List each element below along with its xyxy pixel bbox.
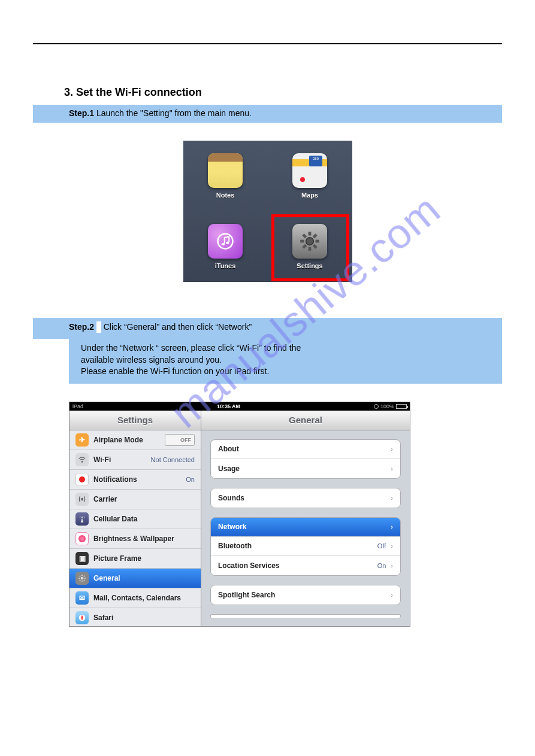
carrier-label: Carrier <box>93 495 117 503</box>
sidebar-item-notifications[interactable]: Notifications On <box>69 470 201 490</box>
app-itunes[interactable]: iTunes <box>183 211 268 282</box>
safari-label: Safari <box>93 614 113 622</box>
bluetooth-label: Bluetooth <box>218 542 252 550</box>
step2-line2: Under the “Network “ screen, please clic… <box>81 342 496 354</box>
sounds-label: Sounds <box>218 494 244 502</box>
chevron-right-icon: › <box>391 523 393 530</box>
status-time: 10:35 AM <box>83 403 374 409</box>
mail-label: Mail, Contacts, Calendars <box>93 594 181 602</box>
location-value: On <box>377 562 386 569</box>
notifications-value: On <box>186 476 195 483</box>
wifi-value: Not Connected <box>151 456 195 463</box>
mail-icon: ✉ <box>75 591 89 605</box>
svg-line-22 <box>80 580 80 581</box>
airplane-toggle[interactable]: OFF <box>165 434 195 446</box>
step1-bar: Step.1 Launch the "Setting" from the mai… <box>33 105 502 123</box>
detail-row-sounds[interactable]: Sounds › <box>211 488 400 508</box>
chevron-right-icon: › <box>391 591 393 599</box>
detail-row-usage[interactable]: Usage › <box>211 459 400 478</box>
itunes-icon <box>208 224 243 259</box>
chevron-right-icon: › <box>391 445 393 453</box>
settings-screenshot: iPad 10:35 AM 100% Settings ✈ Airplane M… <box>69 402 410 627</box>
airplane-icon: ✈ <box>75 433 89 447</box>
cellular-icon <box>75 512 89 526</box>
step2-bar-continued: Under the “Network “ screen, please clic… <box>69 339 502 384</box>
step1-label: Step.1 <box>69 108 94 118</box>
status-device: iPad <box>72 403 83 409</box>
general-icon <box>75 572 89 585</box>
sidebar-item-carrier[interactable]: Carrier <box>69 490 201 509</box>
cellular-label: Cellular Data <box>93 515 137 523</box>
network-label: Network <box>218 523 246 531</box>
chevron-right-icon: › <box>391 562 393 569</box>
highlight-box <box>271 214 349 281</box>
carrier-icon <box>75 493 89 506</box>
top-rule <box>33 43 502 44</box>
wifi-icon <box>75 453 89 466</box>
document-page: 3. Set the Wi-Fi connection Step.1 Launc… <box>0 0 535 657</box>
svg-point-12 <box>81 462 83 463</box>
wifi-label: Wi-Fi <box>93 456 111 464</box>
notifications-icon <box>75 473 89 486</box>
chevron-right-icon: › <box>391 542 393 549</box>
sidebar-item-mail[interactable]: ✉ Mail, Contacts, Calendars <box>69 588 201 608</box>
about-label: About <box>218 445 239 453</box>
itunes-label: iTunes <box>215 262 236 269</box>
svg-point-15 <box>81 577 84 580</box>
maps-label: Maps <box>301 192 318 199</box>
sidebar-item-frame[interactable]: ▣ Picture Frame <box>69 549 201 569</box>
chevron-right-icon: › <box>391 494 393 502</box>
step2-line3: available wireless signals around you. <box>81 354 496 366</box>
svg-line-23 <box>84 576 84 576</box>
app-notes[interactable]: Notes <box>183 141 268 211</box>
svg-line-20 <box>80 576 80 576</box>
spotlight-label: Spotlight Search <box>218 591 275 599</box>
notifications-label: Notifications <box>93 475 137 484</box>
chevron-right-icon: › <box>391 465 393 472</box>
location-label: Location Services <box>218 561 280 570</box>
step2-line4: Please enable the Wi-Fi function on your… <box>81 366 496 378</box>
notes-icon <box>208 153 243 188</box>
detail-row-location[interactable]: Location Services On› <box>211 556 400 575</box>
step2-bar: Step.2 Click “General” and then click “N… <box>33 318 502 339</box>
detail-title: General <box>201 411 410 430</box>
maps-sign-text: 280 <box>311 157 321 160</box>
step2-label: Step.2 <box>69 322 94 332</box>
frame-label: Picture Frame <box>93 554 141 563</box>
step2-line1: Click “General” and then click “Network” <box>104 322 252 332</box>
brightness-icon <box>75 532 89 545</box>
sidebar-item-cellular[interactable]: Cellular Data <box>69 509 201 529</box>
detail-row-network[interactable]: Network › <box>211 518 400 537</box>
svg-rect-13 <box>81 498 83 501</box>
safari-icon <box>75 611 89 624</box>
app-maps[interactable]: 280 Maps <box>268 141 352 211</box>
usage-label: Usage <box>218 464 240 473</box>
settings-detail-pane: General About › Usage › <box>201 411 410 626</box>
svg-line-21 <box>84 580 84 581</box>
brightness-label: Brightness & Wallpaper <box>93 535 174 543</box>
sidebar-item-safari[interactable]: Safari <box>69 608 201 626</box>
status-bar: iPad 10:35 AM 100% <box>69 402 410 411</box>
maps-icon: 280 <box>292 153 327 188</box>
svg-point-14 <box>81 517 83 518</box>
sidebar-item-brightness[interactable]: Brightness & Wallpaper <box>69 529 201 549</box>
battery-icon <box>396 404 407 409</box>
step1-text: Launch the "Setting" from the main menu. <box>94 108 252 118</box>
airplane-label: Airplane Mode <box>93 436 143 444</box>
general-label: General <box>93 574 120 582</box>
svg-point-0 <box>218 233 233 248</box>
maps-pin-icon <box>300 177 305 182</box>
detail-row-spotlight[interactable]: Spotlight Search › <box>211 585 400 605</box>
status-battery-text: 100% <box>380 403 394 409</box>
detail-row-bluetooth[interactable]: Bluetooth Off› <box>211 537 400 556</box>
section-title: 3. Set the Wi-Fi connection <box>64 86 502 99</box>
detail-row-about[interactable]: About › <box>211 440 400 459</box>
sidebar-item-general[interactable]: General <box>69 569 201 588</box>
home-screen-screenshot: Notes 280 Maps iTunes Settings <box>183 141 352 282</box>
notes-label: Notes <box>216 192 235 199</box>
settings-sidebar: Settings ✈ Airplane Mode OFF Wi-Fi Not C… <box>69 411 201 626</box>
orientation-lock-icon <box>374 404 379 409</box>
sidebar-item-airplane[interactable]: ✈ Airplane Mode OFF <box>69 430 201 450</box>
sidebar-item-wifi[interactable]: Wi-Fi Not Connected <box>69 450 201 470</box>
bluetooth-value: Off <box>377 542 386 549</box>
